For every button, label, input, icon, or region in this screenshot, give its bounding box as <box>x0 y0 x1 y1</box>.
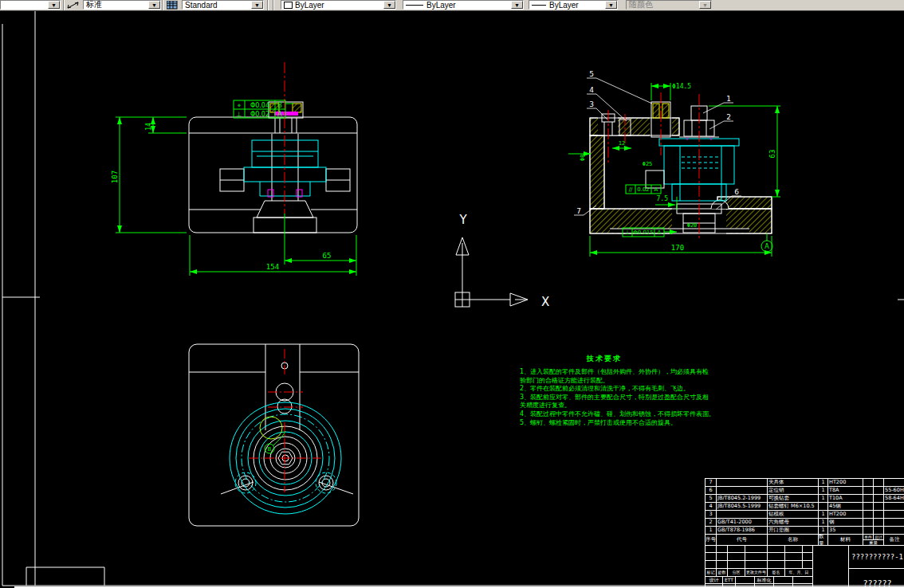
linetype-combo[interactable]: ByLayer ▼ <box>403 0 524 10</box>
parts-list-cell: 钻套螺钉 M6×10.5 <box>768 503 819 511</box>
parts-list-cell: HT200 <box>828 479 863 487</box>
ucs-icon: Y X <box>455 213 549 309</box>
revision-cell <box>706 553 717 561</box>
lineweight-sample-icon <box>532 5 546 6</box>
parts-list-cell <box>874 519 884 527</box>
chevron-down-icon[interactable]: ▼ <box>148 1 160 9</box>
fcf-position-symbol: ⌖ <box>238 102 242 109</box>
parts-list-row: 2GB/T41-2000六角螺母1钢 <box>706 519 904 527</box>
dim-style-combo[interactable]: 标准 ▼ <box>83 0 161 10</box>
text-style-icon-button[interactable] <box>164 0 180 10</box>
parts-list-cell: 1 <box>819 519 828 527</box>
color-combo[interactable]: ByLayer ▼ <box>281 0 396 10</box>
revision-cell <box>717 561 728 569</box>
dim-bore: Φ14.5 <box>672 83 691 90</box>
rev-label: 年、月、日 <box>785 569 813 577</box>
parts-list-cell <box>884 511 904 519</box>
title-block-left: 标记 处数 分区 更改文件号 签名 年、月、日 设计 ETT 标准化 <box>706 545 814 588</box>
drawing-canvas[interactable]: 107 14 154 65 ⌖ Φ0.04 <box>0 10 904 588</box>
parts-list-row: 6定位销1T8A55-60HRC <box>706 487 904 495</box>
toolbar-separator <box>63 0 65 10</box>
fcf-perp-symbol: ⊥ <box>237 111 242 118</box>
rev-label: 处数 <box>717 569 728 577</box>
revision-cell <box>768 553 785 561</box>
rev-label: 标记 <box>706 569 717 577</box>
revision-labels: 标记 处数 分区 更改文件号 签名 年、月、日 <box>706 569 814 577</box>
sign-cell <box>736 577 755 584</box>
chevron-down-icon[interactable]: ▼ <box>605 1 617 9</box>
parts-list-cell: 1 <box>819 487 828 495</box>
chevron-down-icon[interactable]: ▼ <box>383 1 395 9</box>
text-style-combo[interactable]: Standard ▼ <box>182 0 264 10</box>
dim-63: 63 <box>768 150 776 159</box>
parts-list-rows: 7夹具体1HT2006定位销1T8A55-60HRC5JB/T8045.2-19… <box>706 479 904 535</box>
revision-cell <box>785 545 803 553</box>
parts-list-cell: 6 <box>706 487 717 495</box>
lineweight-value: ByLayer <box>549 1 579 10</box>
note-line: 关精度进行复查。 <box>520 402 713 410</box>
header-name: 名称 <box>768 535 819 546</box>
header-remark: 备注 <box>884 535 904 546</box>
fcf-perp-value: Φ0.02 <box>250 111 269 118</box>
parts-list-cell: 55-60HRC <box>884 487 904 495</box>
balloon-4: 4 <box>589 86 594 94</box>
toolbar: ▼ 标准 ▼ Standard ▼ ByLayer ▼ <box>0 0 904 11</box>
parts-list-row: 3钻模板1HT200 <box>706 511 904 519</box>
parts-list-cell: GB/T41-2000 <box>717 519 768 527</box>
header-no: 序号 <box>706 535 717 546</box>
linetype-value: ByLayer <box>426 1 456 10</box>
parts-list-cell <box>863 503 874 511</box>
parts-list-cell <box>874 511 884 519</box>
rev-label: 分区 <box>728 569 745 577</box>
chevron-down-icon: ▼ <box>699 1 711 9</box>
revision-cell <box>745 561 768 569</box>
title-block-right: ??????????-1 ?????? <box>849 545 904 588</box>
parts-list-cell: 定位销 <box>768 487 819 495</box>
parts-list-cell: 钢 <box>828 519 863 527</box>
technical-notes: 技术要求 1、进入装配的零件及部件（包括外购件、外协件），均必须具有检验部门的合… <box>520 354 713 427</box>
parts-list-cell <box>863 519 874 527</box>
parts-list-cell <box>717 511 768 519</box>
revision-cell <box>745 545 768 553</box>
parts-list-cell: 7 <box>706 479 717 487</box>
text-style-icon <box>167 1 178 10</box>
top-view: B <box>189 344 359 526</box>
revision-cell <box>717 553 728 561</box>
parts-list-cell: 1 <box>819 527 828 535</box>
lineweight-combo[interactable]: ByLayer ▼ <box>529 0 618 10</box>
note-line: 2、零件在装配前必须清理和清洗干净，不得有毛刺、飞边。 <box>520 385 713 394</box>
balloon-2: 2 <box>726 113 731 121</box>
part-name: ?????? <box>849 569 904 588</box>
revision-cell <box>706 545 717 553</box>
dim-step: 12 <box>619 140 625 147</box>
header-code: 代号 <box>717 535 768 546</box>
parts-list-cell <box>884 503 904 511</box>
parts-list-row: 5JB/T8045.2-1999可换钻套1T10A58-64HRC <box>706 495 904 503</box>
dim-style-icon-button[interactable] <box>65 0 81 10</box>
note-line: 3、装配前应对零、部件的主要配合尺寸，特别是过盈配合尺寸及相 <box>520 394 713 402</box>
parts-list-cell: 5 <box>706 495 717 503</box>
parts-list-cell <box>819 503 828 511</box>
revision-grid <box>706 545 814 569</box>
stage-mark-cell <box>814 545 849 588</box>
revision-cell <box>768 561 785 569</box>
plot-style-combo[interactable]: 随颜色 ▼ <box>626 0 712 10</box>
chevron-down-icon[interactable]: ▼ <box>511 1 523 9</box>
revision-cell <box>728 553 745 561</box>
parts-list-cell: 开口垫圈 <box>768 527 819 535</box>
title-block: 标记 处数 分区 更改文件号 签名 年、月、日 设计 ETT 标准化 <box>705 545 904 588</box>
dim-lower-bore: Φ20 <box>687 222 698 229</box>
leftmost-combo[interactable]: ▼ <box>0 0 61 10</box>
sign-cell: ETT <box>723 577 736 584</box>
revision-cell <box>785 561 803 569</box>
chevron-down-icon[interactable]: ▼ <box>251 1 263 9</box>
parts-list-cell: GB/T878-1986 <box>717 527 768 535</box>
chevron-down-icon[interactable]: ▼ <box>48 1 60 9</box>
revision-cell <box>706 561 717 569</box>
parts-list-cell <box>717 487 768 495</box>
parts-list-cell: 1 <box>819 495 828 503</box>
parts-list-cell: 1 <box>706 527 717 535</box>
signature-row: 设计 ETT 标准化 <box>706 577 814 584</box>
text-style-value: Standard <box>185 1 218 10</box>
rev-label: 更改文件号 <box>745 569 768 577</box>
